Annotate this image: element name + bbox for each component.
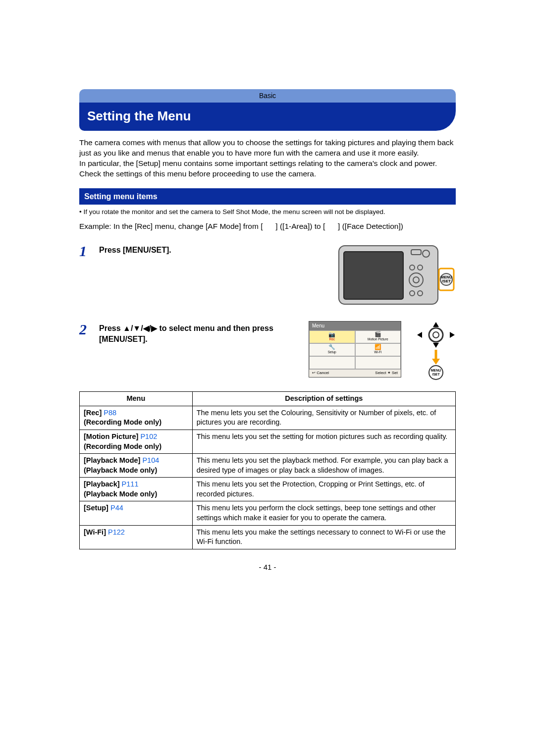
menu-name-cell: [Playback Mode] P104(Playback Mode only) bbox=[80, 454, 193, 478]
menu-foot-cancel: ↩ Cancel bbox=[312, 371, 329, 376]
page-link[interactable]: P44 bbox=[110, 504, 123, 512]
intro-p1: The camera comes with menus that allow y… bbox=[79, 138, 456, 159]
page-link[interactable]: P88 bbox=[104, 409, 116, 417]
step-1-text: Press [MENU/SET]. bbox=[99, 243, 329, 256]
camera-illustration: MENU /SET bbox=[337, 243, 456, 310]
page-link[interactable]: P122 bbox=[108, 528, 125, 536]
menu-cell-setup: 🔧 Setup bbox=[309, 343, 355, 356]
motion-picture-icon: 🎬 bbox=[374, 331, 381, 337]
step-2-row: 2 Press ▲/▼/◀/▶ to select menu and then … bbox=[79, 321, 456, 380]
table-header-cell: Description of settings bbox=[192, 392, 455, 406]
self-shot-note: • If you rotate the monitor and set the … bbox=[79, 208, 456, 216]
menu-cell-rec: 📷 Rec bbox=[309, 330, 355, 343]
svg-marker-13 bbox=[417, 332, 422, 338]
subsection-header: Setting menu items bbox=[79, 188, 456, 205]
menu-cell-empty bbox=[355, 356, 401, 369]
menu-description-table: Menu Description of settings [Rec] P88(R… bbox=[79, 391, 456, 549]
menu-desc-cell: This menu lets you set the setting for m… bbox=[192, 430, 455, 454]
svg-point-17 bbox=[433, 332, 439, 338]
menu-cell-label: Motion Picture bbox=[368, 337, 388, 342]
menu-foot-select: Select ✦ Set bbox=[375, 371, 398, 376]
menu-desc-cell: The menu lets you set the Colouring, Sen… bbox=[192, 406, 455, 430]
intro-p3: Check the settings of this menu before p… bbox=[79, 169, 456, 179]
table-row: [Motion Picture] P102(Recording Mode onl… bbox=[80, 430, 456, 454]
menu-desc-cell: This menu lets you set the Protection, C… bbox=[192, 478, 455, 501]
table-row: [Playback Mode] P104(Playback Mode only)… bbox=[80, 454, 456, 478]
menuset-label-top: MENU bbox=[431, 369, 441, 372]
menu-cell-wifi: 📶 Wi-Fi bbox=[355, 343, 401, 356]
page: Basic Setting the Menu The camera comes … bbox=[79, 89, 456, 602]
table-row: [Setup] P44This menu lets you perform th… bbox=[80, 501, 456, 525]
intro-block: The camera comes with menus that allow y… bbox=[79, 138, 456, 179]
page-link[interactable]: P102 bbox=[140, 432, 157, 440]
menu-name-cell: [Wi-Fi] P122 bbox=[80, 525, 193, 549]
table-row: [Rec] P88(Recording Mode only)The menu l… bbox=[80, 406, 456, 430]
section-tab: Basic bbox=[79, 89, 456, 103]
step-2-text: Press ▲/▼/◀/▶ to select menu and then pr… bbox=[99, 321, 301, 344]
menuset-label-bot: /SET bbox=[442, 279, 451, 283]
page-link[interactable]: P104 bbox=[142, 456, 159, 464]
svg-marker-15 bbox=[433, 343, 439, 348]
menu-desc-cell: This menu lets you perform the clock set… bbox=[192, 501, 455, 525]
menu-cell-empty bbox=[309, 356, 355, 369]
table-row: [Wi-Fi] P122This menu lets you make the … bbox=[80, 525, 456, 549]
page-link[interactable]: P111 bbox=[122, 480, 139, 488]
page-title: Setting the Menu bbox=[79, 103, 456, 131]
menu-cell-label: Setup bbox=[328, 350, 336, 355]
step-number: 2 bbox=[79, 322, 91, 337]
menu-cell-label: Rec bbox=[329, 337, 335, 342]
intro-p2: In particular, the [Setup] menu contains… bbox=[79, 159, 456, 169]
menu-screen-title: Menu bbox=[309, 322, 401, 330]
svg-point-16 bbox=[429, 328, 443, 342]
menu-cell-label: Wi-Fi bbox=[374, 350, 381, 355]
menu-name-cell: [Playback] P111(Playback Mode only) bbox=[80, 478, 193, 501]
svg-rect-1 bbox=[344, 252, 403, 299]
svg-marker-18 bbox=[432, 359, 440, 365]
svg-marker-14 bbox=[450, 332, 455, 338]
menu-desc-cell: This menu lets you set the playback meth… bbox=[192, 454, 455, 478]
page-number: - 41 - bbox=[79, 562, 456, 572]
menuset-label-bot: /SET bbox=[432, 373, 440, 376]
menu-screen-footer: ↩ Cancel Select ✦ Set bbox=[309, 369, 401, 377]
step-2-illustration: Menu 📷 Rec 🎬 Motion Picture 🔧 Setup bbox=[309, 321, 456, 380]
step-number: 1 bbox=[79, 244, 91, 259]
example-text: Example: In the [Rec] menu, change [AF M… bbox=[79, 221, 456, 232]
menu-desc-cell: This menu lets you make the settings nec… bbox=[192, 525, 455, 549]
menu-name-cell: [Motion Picture] P102(Recording Mode onl… bbox=[80, 430, 193, 454]
table-row: [Playback] P111(Playback Mode only)This … bbox=[80, 478, 456, 501]
menu-cell-motion: 🎬 Motion Picture bbox=[355, 330, 401, 343]
table-header-cell: Menu bbox=[80, 392, 193, 406]
wifi-icon: 📶 bbox=[374, 344, 381, 350]
camera-back-icon: MENU /SET bbox=[337, 243, 456, 307]
wrench-icon: 🔧 bbox=[328, 344, 335, 350]
menu-name-cell: [Rec] P88(Recording Mode only) bbox=[80, 406, 193, 430]
camera-icon: 📷 bbox=[328, 332, 335, 337]
d-pad-icon: MENU /SET bbox=[416, 321, 456, 380]
svg-marker-12 bbox=[433, 322, 439, 327]
step-1-row: 1 Press [MENU/SET]. MENU /SET bbox=[79, 243, 456, 310]
menu-name-cell: [Setup] P44 bbox=[80, 501, 193, 525]
menu-screen: Menu 📷 Rec 🎬 Motion Picture 🔧 Setup bbox=[309, 321, 401, 377]
